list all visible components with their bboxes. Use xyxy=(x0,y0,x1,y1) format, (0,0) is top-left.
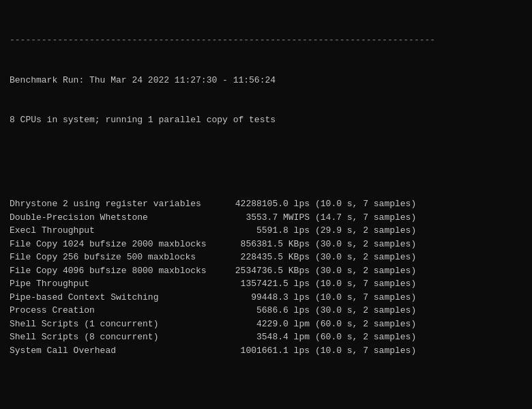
bench-value-unit: 228435.5 KBps xyxy=(228,251,310,264)
raw-benchmark-row: Dhrystone 2 using register variables4228… xyxy=(10,197,522,211)
bench-value-unit: 1357421.5 lps xyxy=(228,277,310,291)
bench-meta: (10.0 s, 7 samples) xyxy=(315,291,416,305)
bench-meta: (29.9 s, 2 samples) xyxy=(315,224,416,238)
raw-benchmark-row: System Call Overhead1001661.1 lps(10.0 s… xyxy=(10,344,522,358)
bench-label: Dhrystone 2 using register variables xyxy=(10,197,228,211)
bench-value-unit: 1001661.1 lps xyxy=(228,344,310,358)
raw-benchmark-row: File Copy 256 bufsize 500 maxblocks22843… xyxy=(10,251,522,264)
bench-meta: (30.0 s, 2 samples) xyxy=(315,251,416,264)
bench-meta: (10.0 s, 7 samples) xyxy=(315,197,416,211)
bench-meta: (30.0 s, 2 samples) xyxy=(315,264,416,278)
bench-label: Pipe-based Context Switching xyxy=(10,291,228,305)
raw-benchmarks: Dhrystone 2 using register variables4228… xyxy=(10,197,522,357)
raw-benchmark-row: Shell Scripts (1 concurrent)4229.0 lpm(6… xyxy=(10,318,522,331)
bench-value-unit: 42288105.0 lps xyxy=(228,197,310,211)
bench-meta: (14.7 s, 7 samples) xyxy=(315,211,416,225)
raw-benchmark-row: Shell Scripts (8 concurrent)3548.4 lpm(6… xyxy=(10,330,522,344)
bench-meta: (10.0 s, 7 samples) xyxy=(315,277,416,291)
bench-label: Pipe Throughput xyxy=(10,277,228,291)
bench-meta: (60.0 s, 2 samples) xyxy=(315,318,416,331)
bench-meta: (10.0 s, 7 samples) xyxy=(315,344,416,358)
bench-label: Process Creation xyxy=(10,304,228,318)
bench-label: File Copy 4096 bufsize 8000 maxblocks xyxy=(10,264,228,278)
raw-benchmark-row: Process Creation5686.6 lps(30.0 s, 2 sam… xyxy=(10,304,522,318)
bench-label: Shell Scripts (8 concurrent) xyxy=(10,330,228,344)
bench-value-unit: 856381.5 KBps xyxy=(228,238,310,251)
raw-benchmark-row: File Copy 1024 bufsize 2000 maxblocks856… xyxy=(10,238,522,251)
bench-value-unit: 5686.6 lps xyxy=(228,304,310,318)
raw-benchmark-row: Pipe-based Context Switching99448.3 lps(… xyxy=(10,291,522,305)
bench-label: File Copy 256 bufsize 500 maxblocks xyxy=(10,251,228,264)
bench-value-unit: 2534736.5 KBps xyxy=(228,264,310,278)
header-line-2: 8 CPUs in system; running 1 parallel cop… xyxy=(10,113,522,127)
raw-benchmark-row: Execl Throughput5591.8 lps(29.9 s, 2 sam… xyxy=(10,224,522,238)
terminal: ----------------------------------------… xyxy=(10,7,522,409)
bench-label: File Copy 1024 bufsize 2000 maxblocks xyxy=(10,238,228,251)
header-line-1: Benchmark Run: Thu Mar 24 2022 11:27:30 … xyxy=(10,74,522,87)
bench-value-unit: 3553.7 MWIPS xyxy=(228,211,310,225)
bench-label: Double-Precision Whetstone xyxy=(10,211,228,225)
bench-value-unit: 4229.0 lpm xyxy=(228,318,310,331)
bench-value-unit: 5591.8 lps xyxy=(228,224,310,238)
raw-benchmark-row: Double-Precision Whetstone3553.7 MWIPS(1… xyxy=(10,211,522,225)
bench-meta: (30.0 s, 2 samples) xyxy=(315,238,416,251)
separator-top: ----------------------------------------… xyxy=(10,33,522,47)
raw-benchmark-row: File Copy 4096 bufsize 8000 maxblocks253… xyxy=(10,264,522,278)
bench-meta: (30.0 s, 2 samples) xyxy=(315,304,416,318)
bench-value-unit: 3548.4 lpm xyxy=(228,330,310,344)
bench-value-unit: 99448.3 lps xyxy=(228,291,310,305)
raw-benchmark-row: Pipe Throughput1357421.5 lps(10.0 s, 7 s… xyxy=(10,277,522,291)
bench-label: Execl Throughput xyxy=(10,224,228,238)
bench-label: System Call Overhead xyxy=(10,344,228,358)
bench-meta: (60.0 s, 2 samples) xyxy=(315,330,416,344)
bench-label: Shell Scripts (1 concurrent) xyxy=(10,318,228,331)
